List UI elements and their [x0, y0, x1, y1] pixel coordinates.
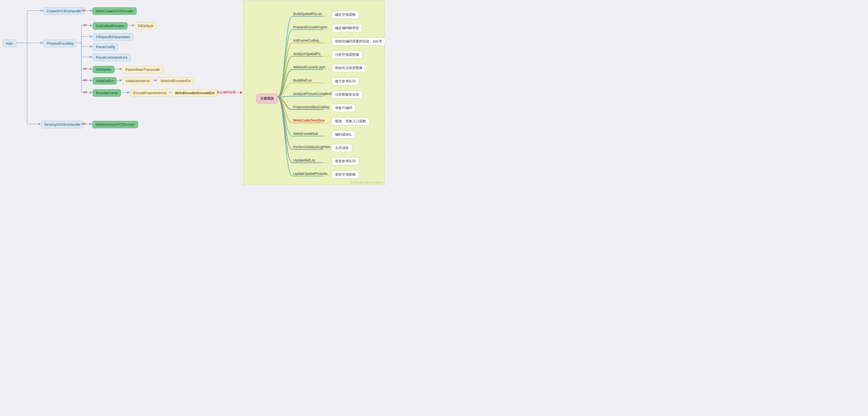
mindmap-branch-name: UpdateSpatialPictures: [293, 172, 328, 175]
mindmap-branch-desc: 去块滤波: [332, 144, 352, 152]
mindmap-branch-desc: 编码成NAL: [332, 131, 355, 138]
mindmap-branch-desc: 更新参考队列: [332, 157, 359, 165]
mindmap-branch-name: BuildSpatialPicList: [293, 12, 322, 16]
watermark: CSDN @Codec Conductor: [351, 181, 383, 184]
mindmap-branch-name: PerformDeblockingFilter: [293, 145, 330, 149]
mindmap-branch-desc: 分析空域层图像: [332, 51, 362, 59]
mindmap-branch-desc: 初始化当前层图像: [332, 64, 366, 72]
mindmap-branch-name: BuildRefList: [293, 78, 312, 83]
mindmap-branch-name: AnalyzeSpatialPic: [293, 52, 321, 56]
mindmap-branch-name: WelsEncodeNal: [293, 132, 318, 136]
mindmap-layer: BuildSpatialPicList确定空域层数PrepareEncodeFr…: [0, 0, 385, 185]
mindmap-branch-desc: 确定空域层数: [332, 11, 359, 19]
mindmap-branch-name: InitFrameCoding: [293, 38, 319, 42]
mindmap-branch-desc: 确定编码帧类型: [332, 24, 362, 32]
mindmap-branch-name: UpdateRefList: [293, 158, 315, 162]
mindmap-branch-desc: 预测、变换入口函数: [332, 117, 369, 125]
mindmap-branch-name: WelsCodeOneSlice: [293, 118, 324, 122]
mindmap-branch-name: WelsInitCurrentLayer: [293, 65, 326, 69]
mindmap-branch-desc: 更新空域图像: [332, 171, 359, 179]
diagram-canvas: main CreateSVCEncHandle api WelsCreateSV…: [0, 0, 385, 185]
mindmap-branch-desc: 建立参考队列: [332, 77, 359, 85]
mindmap-branch-desc: 分析图像复杂度: [332, 91, 362, 99]
mindmap-branch-name: PrepareEncodeFrame: [293, 25, 327, 29]
mindmap-branch-desc: 准备片编码: [332, 104, 355, 112]
mindmap-branch-name: AnalyzePictureComplexity: [293, 92, 334, 96]
mindmap-branch-name: PreprocessSliceCoding: [293, 105, 329, 109]
mindmap-branch-desc: 初始化编码需要的信息，poc等: [332, 37, 385, 45]
